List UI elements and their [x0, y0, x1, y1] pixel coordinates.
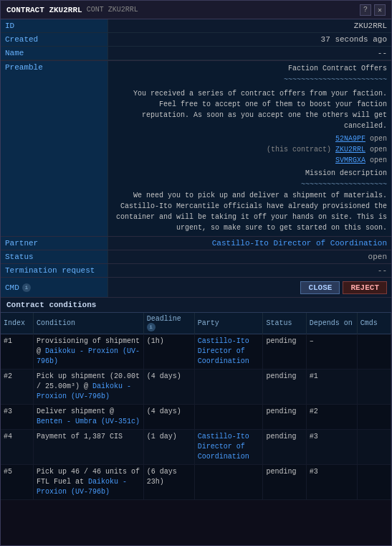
faction-header: Faction Contract Offers [113, 64, 387, 74]
row-condition: Provisioning of shipment @ Daikoku - Pro… [34, 334, 144, 370]
close-button[interactable]: CLOSE [300, 281, 340, 294]
cmd-text: CMD [5, 283, 19, 292]
preamble-row: Preamble Faction Contract Offers ~~~~~~~… [1, 61, 391, 237]
reject-button[interactable]: REJECT [343, 281, 387, 294]
row-deadline: (6 days 23h) [143, 465, 194, 500]
status-row: Status open [1, 250, 391, 264]
conditions-table: Index Condition Deadline i Party Status … [1, 313, 391, 545]
contract-status-2: open [370, 145, 387, 155]
partner-label: Partner [1, 237, 108, 250]
title-bar: CONTRACT ZKU2RRL CONT ZKU2RRL ? ✕ [1, 1, 391, 19]
row-status: pending [263, 430, 306, 465]
id-value: ZKU2RRL [108, 19, 391, 33]
row-party [194, 465, 263, 500]
row-index: #3 [1, 405, 34, 430]
deadline-info-icon[interactable]: i [147, 323, 156, 331]
name-label: Name [1, 47, 108, 60]
col-header-status: Status [263, 313, 306, 334]
created-label: Created [1, 33, 108, 47]
party-link[interactable]: Castillo-Ito Director of Coordination [198, 337, 249, 365]
partner-row: Partner Castillo-Ito Director of Coordin… [1, 237, 391, 250]
table-row: #3Deliver shipment @ Benten - Umbra (UV-… [1, 405, 391, 430]
contract-status-3: open [370, 156, 387, 166]
party-link[interactable]: Castillo-Ito Director of Coordination [198, 433, 249, 461]
row-cmds [357, 465, 391, 500]
col-header-condition: Condition [34, 313, 144, 334]
cmd-info-icon[interactable]: i [22, 283, 31, 292]
conditions-header: Contract conditions [1, 298, 391, 313]
table-row: #2Pick up shipment (20.00t / 25.00m³) @ … [1, 370, 391, 405]
id-label: ID [1, 19, 108, 33]
row-status: pending [263, 370, 306, 405]
col-header-deadline: Deadline i [143, 313, 194, 334]
contract-ref-1[interactable]: 52NA9PF [335, 134, 365, 144]
row-depends: #3 [306, 465, 357, 500]
row-deadline: (1h) [143, 334, 194, 370]
col-header-cmds: Cmds [357, 313, 391, 334]
contract-ref-3[interactable]: SVMRGXA [335, 156, 365, 166]
row-index: #1 [1, 334, 34, 370]
contract-link-3: SVMRGXA open [335, 156, 387, 166]
row-party [194, 405, 263, 430]
partner-value[interactable]: Castillo-Ito Director of Coordination [108, 237, 391, 250]
row-deadline: (4 days) [143, 370, 194, 405]
row-condition: Pick up shipment (20.00t / 25.00m³) @ Da… [34, 370, 144, 405]
window-close-button[interactable]: ✕ [374, 4, 386, 16]
status-value: open [108, 250, 391, 263]
status-label: Status [1, 250, 108, 263]
row-party [194, 370, 263, 405]
col-header-party: Party [194, 313, 263, 334]
contract-links: 52NA9PF open (this contract) ZKU2RRL ope… [113, 134, 387, 166]
row-depends: – [306, 334, 357, 370]
title-bar-left: CONTRACT ZKU2RRL CONT ZKU2RRL [6, 6, 138, 14]
preamble-content: Faction Contract Offers ~~~~~~~~~~~~~~~~… [108, 61, 391, 236]
row-deadline: (1 day) [143, 430, 194, 465]
cmd-label: CMD i [1, 278, 108, 297]
condition-link[interactable]: Daikoku - Proxion (UV-796b) [37, 382, 131, 400]
row-party: Castillo-Ito Director of Coordination [194, 334, 263, 370]
id-row: ID ZKU2RRL Created 37 seconds ago Name -… [1, 19, 391, 61]
col-header-depends: Depends on [306, 313, 357, 334]
contract-ref-2[interactable]: ZKU2RRL [335, 145, 365, 155]
table-row: #1Provisioning of shipment @ Daikoku - P… [1, 334, 391, 370]
table-header-row: Index Condition Deadline i Party Status … [1, 313, 391, 334]
contract-link-1: 52NA9PF open [335, 134, 387, 144]
termination-row: Termination request -- [1, 264, 391, 278]
faction-divider: ~~~~~~~~~~~~~~~~~~~~~~~~ [113, 75, 387, 85]
contract-this-label: (this contract) [267, 145, 331, 155]
condition-link[interactable]: Benten - Umbra (UV-351c) [37, 418, 140, 425]
termination-value: -- [108, 264, 391, 277]
name-value: -- [108, 47, 391, 60]
row-cmds [357, 405, 391, 430]
row-depends: #2 [306, 405, 357, 430]
row-status: pending [263, 334, 306, 370]
row-index: #2 [1, 370, 34, 405]
mission-header: Mission description [113, 169, 387, 179]
col-header-index: Index [1, 313, 34, 334]
row-status: pending [263, 405, 306, 430]
cmd-row: CMD i CLOSE REJECT [1, 278, 391, 298]
row-cmds [357, 334, 391, 370]
table-row: #5Pick up 46 / 46 units of FTL Fuel at D… [1, 465, 391, 500]
mission-divider: ~~~~~~~~~~~~~~~~~~~~ [113, 180, 387, 190]
condition-link[interactable]: Daikoku - Proxion (UV-796b) [37, 478, 127, 496]
window-subtitle: CONT ZKU2RRL [87, 6, 138, 14]
contract-status-1: open [370, 134, 387, 144]
window-title: CONTRACT ZKU2RRL [6, 6, 82, 14]
termination-label: Termination request [1, 264, 108, 277]
row-deadline: (4 days) [143, 405, 194, 430]
title-bar-buttons: ? ✕ [360, 4, 386, 16]
row-cmds [357, 430, 391, 465]
condition-link[interactable]: Daikoku - Proxion (UV-796b) [37, 347, 140, 365]
row-depends: #1 [306, 370, 357, 405]
table-row: #4Payment of 1,387 CIS(1 day)Castillo-It… [1, 430, 391, 465]
created-value: 37 seconds ago [108, 33, 391, 47]
row-depends: #3 [306, 430, 357, 465]
preamble-text: You received a series of contract offers… [113, 88, 387, 131]
row-condition: Deliver shipment @ Benten - Umbra (UV-35… [34, 405, 144, 430]
help-button[interactable]: ? [360, 4, 371, 16]
row-condition: Pick up 46 / 46 units of FTL Fuel at Dai… [34, 465, 144, 500]
row-party: Castillo-Ito Director of Coordination [194, 430, 263, 465]
contract-window: CONTRACT ZKU2RRL CONT ZKU2RRL ? ✕ ID ZKU… [0, 0, 392, 546]
row-condition: Payment of 1,387 CIS [34, 430, 144, 465]
